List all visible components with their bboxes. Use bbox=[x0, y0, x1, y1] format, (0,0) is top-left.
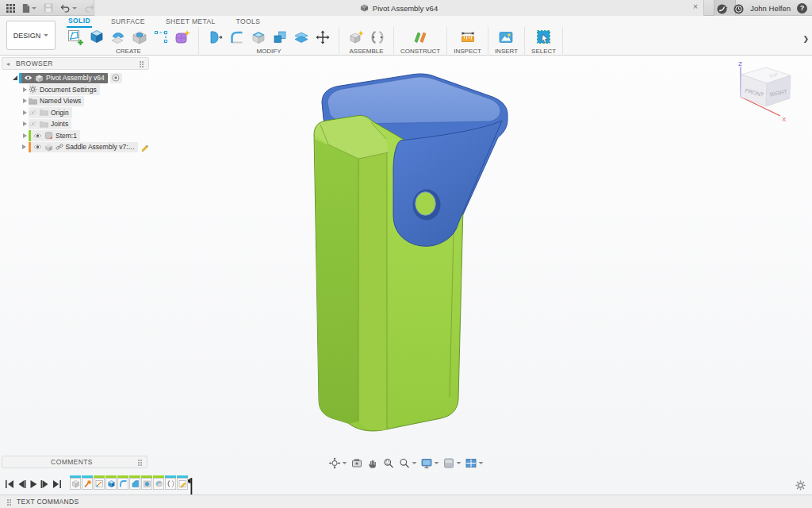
joint-button[interactable] bbox=[367, 27, 387, 47]
undo-button[interactable] bbox=[60, 4, 77, 13]
visibility-eye-off-icon[interactable] bbox=[29, 110, 37, 116]
create-sketch-button[interactable] bbox=[65, 27, 85, 47]
job-status-icon[interactable] bbox=[733, 3, 744, 13]
visibility-eye-icon[interactable] bbox=[33, 133, 42, 139]
visibility-eye-icon[interactable] bbox=[24, 75, 33, 81]
file-menu-button[interactable] bbox=[22, 3, 36, 13]
expand-icon[interactable] bbox=[11, 75, 19, 80]
look-at-button[interactable] bbox=[351, 457, 363, 469]
tab-solid[interactable]: SOLID bbox=[67, 16, 92, 28]
browser-header[interactable]: ◂ BROWSER bbox=[2, 57, 149, 70]
timeline-step-back-button[interactable] bbox=[17, 478, 26, 492]
ribbon-tabs: SOLID SURFACE SHEET METAL TOOLS bbox=[67, 17, 262, 27]
viewports-button[interactable] bbox=[465, 457, 484, 469]
timeline-shell-feature[interactable] bbox=[153, 478, 164, 490]
hole-button[interactable] bbox=[129, 27, 149, 47]
fillet-button[interactable] bbox=[227, 27, 247, 47]
revolve-button[interactable] bbox=[108, 27, 128, 47]
timeline-settings-gear-icon[interactable] bbox=[795, 479, 806, 494]
timeline-fillet-feature[interactable] bbox=[117, 478, 128, 490]
app-grid-icon[interactable] bbox=[6, 4, 15, 13]
folder-icon bbox=[29, 98, 37, 105]
inspect-group-label[interactable]: INSPECT bbox=[454, 48, 481, 55]
navigation-bar bbox=[329, 456, 484, 469]
browser-row-saddle-assembly[interactable]: Saddle Assembly v7:… bbox=[2, 141, 149, 153]
edit-in-place-icon[interactable] bbox=[140, 143, 149, 152]
timeline-go-to-end-button[interactable] bbox=[52, 478, 62, 492]
timeline-chamfer-feature[interactable] bbox=[129, 478, 140, 490]
comments-grip-icon[interactable] bbox=[137, 459, 143, 466]
new-component-button[interactable] bbox=[346, 27, 366, 47]
timeline-edit-feature[interactable] bbox=[177, 478, 188, 490]
timeline-go-to-start-button[interactable] bbox=[5, 478, 14, 492]
timeline-ground-feature[interactable] bbox=[82, 478, 93, 490]
combine-button[interactable] bbox=[270, 27, 289, 47]
construct-plane-button[interactable] bbox=[411, 27, 431, 47]
expand-icon[interactable] bbox=[21, 121, 29, 126]
comments-panel[interactable]: COMMENTS bbox=[2, 456, 147, 468]
text-commands-bar[interactable]: TEXT COMMANDS bbox=[0, 495, 812, 508]
tab-tools[interactable]: TOOLS bbox=[235, 17, 262, 27]
select-group-label[interactable]: SELECT bbox=[531, 48, 556, 55]
expand-icon[interactable] bbox=[21, 144, 29, 149]
zoom-window-button[interactable] bbox=[383, 457, 395, 469]
zoom-button[interactable] bbox=[399, 457, 417, 469]
modify-group-label[interactable]: MODIFY bbox=[256, 48, 281, 55]
timeline-joint-feature[interactable] bbox=[165, 478, 176, 490]
pan-button[interactable] bbox=[367, 457, 379, 469]
save-icon[interactable] bbox=[44, 3, 53, 13]
create-group-label[interactable]: CREATE bbox=[116, 48, 141, 55]
viewcube[interactable]: Z X TOP FRONT RIGHT bbox=[730, 60, 802, 124]
axis-z-label: Z bbox=[738, 60, 742, 67]
help-icon[interactable]: ? bbox=[797, 3, 807, 13]
grid-layout-button[interactable] bbox=[443, 457, 462, 469]
expand-icon[interactable] bbox=[21, 110, 29, 115]
browser-row-stem[interactable]: Stem:1 bbox=[2, 130, 149, 142]
pattern-button[interactable] bbox=[151, 27, 170, 47]
insert-group-label[interactable]: INSERT bbox=[495, 48, 518, 55]
construct-group-label[interactable]: CONSTRUCT bbox=[400, 48, 440, 55]
insert-image-button[interactable] bbox=[496, 27, 516, 47]
expand-icon[interactable] bbox=[21, 98, 29, 103]
workspace-selector[interactable]: DESIGN bbox=[6, 21, 56, 50]
browser-row-origin[interactable]: Origin bbox=[2, 107, 149, 119]
orbit-button[interactable] bbox=[329, 457, 347, 469]
move-button[interactable] bbox=[312, 27, 332, 47]
extensions-icon[interactable] bbox=[717, 3, 727, 13]
measure-button[interactable] bbox=[458, 27, 477, 47]
document-tab[interactable]: Pivot Assembly v64 bbox=[94, 0, 704, 16]
timeline-hole-feature[interactable] bbox=[141, 478, 152, 490]
user-name[interactable]: John Helfen bbox=[750, 4, 791, 13]
extrude-button[interactable] bbox=[86, 27, 106, 47]
browser-row-document-settings[interactable]: Document Settings bbox=[2, 84, 149, 96]
expand-icon[interactable] bbox=[21, 133, 29, 138]
browser-grip-icon[interactable] bbox=[139, 60, 144, 67]
timeline-component-feature[interactable] bbox=[70, 478, 81, 490]
visibility-eye-icon[interactable] bbox=[33, 144, 42, 150]
shell-button[interactable] bbox=[248, 27, 268, 47]
timeline-play-button[interactable] bbox=[29, 478, 38, 492]
visibility-eye-off-icon[interactable] bbox=[29, 121, 37, 127]
text-commands-grip-icon[interactable] bbox=[6, 498, 12, 506]
browser-row-joints[interactable]: Joints bbox=[2, 118, 149, 130]
browser-row-named-views[interactable]: Named Views bbox=[2, 95, 149, 107]
offset-face-button[interactable] bbox=[291, 27, 311, 47]
ribbon-overflow-arrow[interactable]: ❯ bbox=[802, 35, 809, 43]
tab-sheet-metal[interactable]: SHEET METAL bbox=[164, 17, 217, 27]
select-button[interactable] bbox=[534, 27, 553, 47]
ribbon-toolbar: DESIGN SOLID SURFACE SHEET METAL TOOLS C… bbox=[0, 16, 812, 56]
create-form-button[interactable] bbox=[172, 27, 192, 47]
expand-icon[interactable] bbox=[21, 87, 29, 92]
timeline-step-forward-button[interactable] bbox=[40, 478, 50, 492]
browser-row-root[interactable]: Pivot Assembly v64 bbox=[2, 72, 149, 84]
tab-surface[interactable]: SURFACE bbox=[109, 17, 147, 27]
activate-component-radio[interactable] bbox=[110, 73, 122, 84]
axis-x-label: X bbox=[782, 116, 787, 123]
timeline-extrude-feature[interactable] bbox=[105, 478, 117, 490]
press-pull-button[interactable] bbox=[205, 27, 225, 47]
display-settings-button[interactable] bbox=[421, 457, 439, 469]
link-icon bbox=[56, 143, 63, 151]
timeline-sketch-feature[interactable] bbox=[94, 478, 105, 490]
close-tab-button[interactable]: × bbox=[690, 2, 701, 11]
assemble-group-label[interactable]: ASSEMBLE bbox=[349, 48, 383, 55]
